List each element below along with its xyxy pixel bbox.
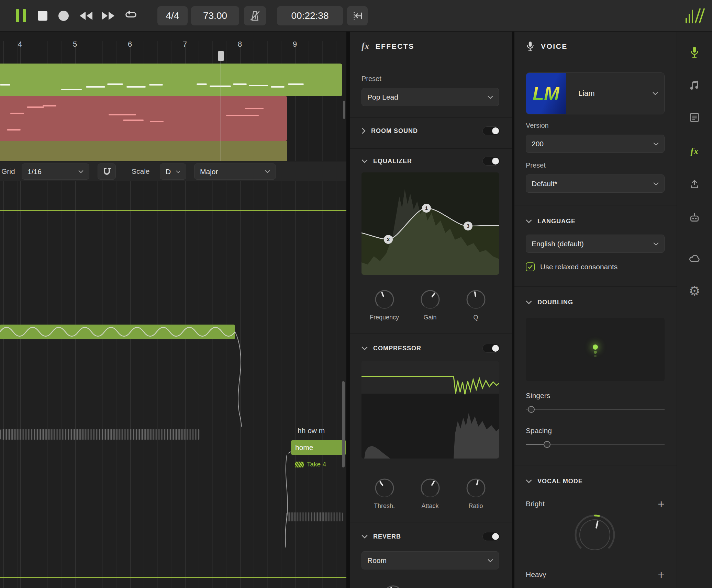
ruler-bar-number: 4 bbox=[18, 40, 22, 49]
compressor-graph[interactable] bbox=[361, 361, 499, 459]
pitch-curves bbox=[0, 181, 346, 588]
forward-button[interactable] bbox=[102, 0, 114, 32]
eq-point-2[interactable]: 2 bbox=[384, 235, 393, 244]
time-display[interactable]: 00:22:38 bbox=[277, 6, 343, 25]
attack-knob[interactable]: Attack bbox=[407, 476, 453, 510]
playhead-handle[interactable] bbox=[218, 51, 224, 61]
compressor-section-header[interactable]: COMPRESSOR bbox=[361, 340, 500, 356]
take-icon bbox=[295, 462, 304, 467]
music-tab-button[interactable] bbox=[688, 78, 701, 92]
eq-point-3[interactable]: 3 bbox=[464, 222, 472, 230]
app-logo bbox=[685, 8, 706, 24]
equalizer-graph[interactable]: 1 2 3 bbox=[361, 172, 499, 275]
track-clip-green[interactable] bbox=[0, 64, 342, 96]
track-clip-red[interactable] bbox=[0, 96, 287, 141]
chevron-down-icon bbox=[361, 346, 368, 350]
version-dropdown[interactable]: 200 bbox=[526, 135, 665, 153]
scale-label: Scale bbox=[132, 161, 150, 181]
reverb-toggle[interactable] bbox=[482, 532, 500, 541]
compressor-toggle[interactable] bbox=[482, 344, 500, 353]
singers-slider[interactable] bbox=[526, 406, 665, 414]
rewind-button[interactable] bbox=[80, 0, 92, 32]
tempo-display[interactable]: 73.00 bbox=[191, 6, 239, 25]
relaxed-consonants-option[interactable]: Use relaxed consonants bbox=[526, 262, 618, 271]
voice-tab-button[interactable] bbox=[688, 45, 701, 59]
mode-dropdown[interactable]: Major bbox=[194, 163, 276, 180]
cloud-sync-button[interactable] bbox=[688, 251, 701, 265]
playhead-line bbox=[221, 61, 221, 161]
time-signature-display[interactable]: 4/4 bbox=[157, 6, 188, 25]
voice-preset-dropdown[interactable]: Default* bbox=[526, 174, 665, 193]
spacing-slider[interactable] bbox=[526, 441, 665, 449]
threshold-knob[interactable]: Thresh. bbox=[361, 476, 407, 510]
effects-tab-button[interactable]: fx bbox=[688, 144, 701, 158]
reverb-section-header[interactable]: REVERB bbox=[361, 529, 500, 544]
doubling-section-header[interactable]: DOUBLING bbox=[526, 294, 665, 310]
piano-roll-toolbar: Grid 1/16 Scale D Major bbox=[0, 161, 346, 181]
stop-button[interactable] bbox=[38, 0, 47, 32]
grid-resolution-dropdown[interactable]: 1/16 bbox=[22, 163, 89, 180]
chevron-down-icon bbox=[488, 95, 493, 99]
piano-roll-scrollbar[interactable] bbox=[342, 381, 345, 467]
track-clip-olive[interactable] bbox=[0, 141, 287, 161]
note-home[interactable]: home bbox=[291, 440, 346, 455]
chevron-down-icon bbox=[488, 559, 493, 562]
ruler-bar-number: 6 bbox=[128, 40, 132, 49]
frequency-knob[interactable]: Frequency bbox=[361, 288, 407, 321]
chevron-down-icon bbox=[526, 300, 532, 304]
voice-header: VOICE bbox=[514, 32, 677, 61]
add-bright-button[interactable]: + bbox=[658, 499, 665, 509]
chevron-down-icon bbox=[526, 479, 532, 483]
reverb-type-dropdown[interactable]: Room bbox=[361, 551, 499, 569]
reverb-knob-partial[interactable] bbox=[370, 583, 416, 588]
room-sound-section-header[interactable]: ROOM SOUND bbox=[361, 123, 500, 139]
chevron-down-icon bbox=[653, 142, 659, 146]
arrange-scrollbar[interactable] bbox=[343, 101, 345, 119]
record-button[interactable] bbox=[58, 0, 69, 32]
doubling-visualization[interactable] bbox=[526, 318, 665, 381]
q-knob[interactable]: Q bbox=[453, 288, 499, 321]
add-heavy-button[interactable]: + bbox=[658, 569, 665, 580]
chevron-down-icon bbox=[653, 242, 659, 246]
voice-select-dropdown[interactable]: LM Liam bbox=[526, 72, 665, 114]
key-dropdown[interactable]: D bbox=[160, 163, 186, 180]
language-section-header[interactable]: LANGUAGE bbox=[526, 213, 665, 229]
ruler-bar-number: 8 bbox=[238, 40, 242, 49]
ai-assistant-button[interactable] bbox=[688, 211, 701, 224]
lyrics-tab-button[interactable] bbox=[688, 111, 701, 124]
svg-text:1: 1 bbox=[425, 205, 428, 211]
vocal-mode-section-header[interactable]: VOCAL MODE bbox=[526, 473, 665, 489]
export-button[interactable] bbox=[688, 177, 701, 191]
slider-thumb[interactable] bbox=[544, 441, 550, 448]
voice-name: Liam bbox=[578, 89, 595, 98]
ratio-knob[interactable]: Ratio bbox=[453, 476, 499, 510]
effects-preset-dropdown[interactable]: Pop Lead bbox=[361, 88, 499, 106]
effects-panel: fx EFFECTS Preset Pop Lead ROOM SOUND EQ… bbox=[350, 32, 512, 588]
slider-thumb[interactable] bbox=[528, 406, 535, 413]
gain-knob[interactable]: Gain bbox=[407, 288, 453, 321]
pause-button[interactable] bbox=[16, 0, 26, 32]
singers-label: Singers bbox=[526, 392, 550, 400]
take-label[interactable]: Take 4 bbox=[295, 461, 326, 468]
chevron-down-icon bbox=[78, 170, 84, 173]
loop-icon bbox=[124, 9, 137, 22]
svg-text:3: 3 bbox=[467, 223, 469, 229]
room-sound-toggle[interactable] bbox=[482, 126, 500, 135]
snap-toggle-button[interactable] bbox=[98, 163, 116, 180]
ruler-bar-number: 9 bbox=[293, 40, 297, 49]
locate-playhead-button[interactable] bbox=[347, 6, 368, 25]
bright-knob[interactable] bbox=[572, 512, 617, 558]
loop-button[interactable] bbox=[124, 0, 137, 32]
eq-point-1[interactable]: 1 bbox=[422, 204, 431, 213]
metronome-button[interactable] bbox=[244, 6, 266, 25]
transport-toolbar: 4/4 73.00 00:22:38 bbox=[0, 0, 712, 32]
effects-header: fx EFFECTS bbox=[350, 32, 512, 61]
record-icon bbox=[58, 11, 69, 21]
pause-icon bbox=[16, 9, 26, 22]
settings-button[interactable]: ⚙ bbox=[688, 284, 701, 298]
checkbox-checked[interactable] bbox=[526, 262, 535, 271]
equalizer-section-header[interactable]: EQUALIZER bbox=[361, 153, 500, 169]
language-dropdown[interactable]: English (default) bbox=[526, 235, 665, 253]
fx-icon: fx bbox=[361, 41, 369, 52]
equalizer-toggle[interactable] bbox=[482, 157, 500, 166]
